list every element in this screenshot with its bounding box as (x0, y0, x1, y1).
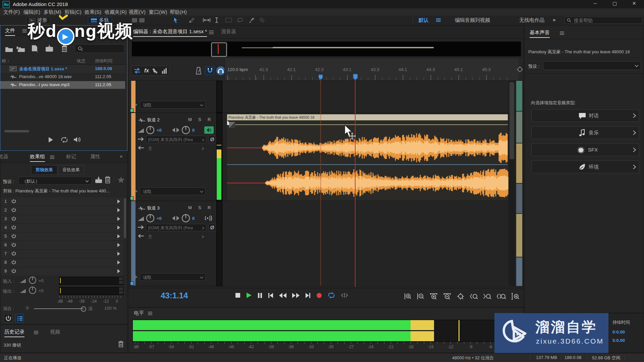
essential-preset-dropdown[interactable] (543, 61, 641, 70)
razor-tool-icon[interactable] (189, 17, 195, 23)
workspace-overflow-chevron[interactable]: » (553, 17, 555, 22)
zoom-in-button[interactable] (404, 293, 412, 300)
tab-history[interactable]: 历史记录 (4, 329, 24, 337)
type-sfx-button[interactable]: SFX (531, 143, 639, 156)
track3-monitor-button[interactable] (204, 215, 214, 222)
new-file-icon[interactable] (31, 45, 39, 52)
subtab-track-effects[interactable]: 音轨效果 (58, 165, 84, 175)
power-icon[interactable] (11, 268, 16, 274)
levels-panel-menu-icon[interactable] (148, 312, 152, 315)
tab-effects-rack[interactable]: 效果组 (30, 154, 45, 162)
menu-favorites[interactable]: 收藏夹(R) (105, 9, 127, 15)
help-search-input[interactable] (573, 17, 635, 23)
files-search-box[interactable] (75, 44, 124, 53)
track2-output-route[interactable]: 主 (146, 145, 206, 152)
track2-monitor-button[interactable] (204, 126, 214, 134)
track3-volume-knob[interactable] (146, 214, 155, 223)
effect-slot[interactable]: 9 (0, 267, 123, 276)
waveform-display[interactable] (224, 81, 518, 286)
output-route-label[interactable]: 主 (148, 234, 152, 240)
metering-bars-icon[interactable] (162, 68, 167, 74)
rewind-button[interactable] (279, 293, 286, 298)
power-icon[interactable] (11, 225, 16, 230)
slip-tool-icon[interactable] (203, 17, 211, 23)
monitor-input-button[interactable] (216, 66, 225, 75)
zoom-out-time-button[interactable] (443, 293, 451, 300)
power-icon[interactable] (11, 234, 16, 239)
snap-magnet-button[interactable] (205, 66, 214, 75)
minimize-button[interactable]: ─ (588, 1, 603, 6)
file-row-wav[interactable]: Pianobo...ve 48000 18.wav 111:2.05 (0, 73, 125, 81)
track2-phase-button[interactable]: Ø (208, 135, 216, 143)
power-icon[interactable] (11, 251, 16, 256)
files-hscrollbar[interactable] (4, 130, 29, 132)
slot-arrow-icon[interactable] (117, 208, 120, 212)
move-tool-icon[interactable] (173, 17, 179, 23)
track3-volume-value[interactable]: +0 (157, 216, 162, 221)
undo-count[interactable]: 330 撤销 (4, 342, 21, 348)
col-duration[interactable]: 持续时间 (95, 58, 112, 64)
track2-input-route[interactable]: [01M] 麦克风阵列 (Rea (146, 136, 206, 143)
brush-tool-icon[interactable] (249, 17, 254, 23)
track2-record-button[interactable]: R (208, 117, 211, 122)
slot-arrow-icon[interactable] (117, 234, 120, 238)
zoom-in-point-button[interactable] (470, 293, 478, 300)
playhead-handle[interactable] (353, 74, 358, 80)
menu-window[interactable]: 窗口(W) (149, 9, 167, 15)
track1-swatch[interactable] (130, 109, 134, 112)
slot-arrow-icon[interactable] (117, 269, 120, 273)
time-display[interactable]: 43:1.14 (161, 291, 188, 300)
track3-phase-button[interactable]: Ø (208, 224, 216, 231)
tab-mixer[interactable]: 混音器 (221, 28, 236, 35)
history-delete-icon[interactable] (118, 341, 123, 347)
mix-slider[interactable] (34, 308, 84, 309)
type-dialogue-button[interactable]: 对话 (531, 109, 639, 122)
power-icon[interactable] (11, 207, 16, 213)
play-button[interactable] (246, 292, 252, 298)
output-gain-knob[interactable] (29, 286, 37, 294)
track2-name[interactable]: 轨道 2 (147, 117, 160, 123)
files-play-icon[interactable] (48, 137, 53, 143)
save-session-icon[interactable] (45, 45, 54, 52)
col-name[interactable]: 称 ↑ (2, 58, 9, 64)
tab-video[interactable]: 视频 (50, 329, 60, 335)
zoom-full-button[interactable] (457, 293, 465, 300)
menu-file[interactable]: 文件(F) (3, 9, 20, 15)
fast-forward-button[interactable] (292, 293, 300, 298)
favorite-star-icon[interactable] (118, 177, 124, 183)
zoom-out-point-button[interactable] (483, 293, 491, 300)
workspace-menu-icon[interactable] (436, 18, 441, 22)
timeline-ruler[interactable]: 120.0 bpm 41:3 42:1 42:3 43:1 43:3 44:1 … (224, 58, 519, 80)
clip-header[interactable]: Pianoboy 高至豪 - The truth that you leave … (227, 114, 508, 120)
loop-playback-button[interactable] (328, 292, 335, 298)
routing-icon[interactable] (152, 68, 158, 74)
power-icon[interactable] (11, 260, 16, 265)
tab-files[interactable]: 文件 (5, 27, 15, 36)
file-row-mp3[interactable]: Pianobo...t you leave.mp3 111:2.05 (0, 81, 125, 89)
effect-slot[interactable]: 2 (0, 206, 123, 215)
effect-slot[interactable]: 6 (0, 241, 123, 250)
menu-effects[interactable]: 效果(S) (85, 9, 101, 15)
files-autoplay-speaker-icon[interactable] (73, 136, 82, 143)
workspace-default-tab[interactable]: 默认 (419, 17, 429, 23)
track3-record-button[interactable]: R (208, 205, 211, 210)
delete-file-icon[interactable] (61, 45, 67, 52)
slot-arrow-icon[interactable] (117, 260, 120, 264)
effect-slot[interactable]: 5 (0, 232, 123, 241)
effects-panel-menu-icon[interactable] (50, 156, 54, 159)
slot-arrow-icon[interactable] (117, 226, 120, 230)
skip-selection-button[interactable] (341, 293, 348, 298)
playhead-line[interactable] (355, 79, 356, 287)
track3-solo-button[interactable]: S (198, 205, 201, 210)
track2-pan-value[interactable]: 0 (192, 128, 195, 133)
spot-heal-tool-icon[interactable] (259, 17, 265, 23)
preset-dropdown[interactable]: （默认） (18, 177, 92, 185)
files-loop-icon[interactable] (61, 137, 68, 143)
zoom-in-time-button[interactable] (430, 293, 438, 300)
tab-properties[interactable]: 属性 (90, 154, 100, 160)
record-button[interactable] (316, 293, 322, 298)
track3-pan-value[interactable]: 0 (192, 216, 195, 221)
rack-power-button[interactable] (4, 314, 12, 322)
clip-fade-handle-icon[interactable] (229, 122, 235, 128)
track1-automation-chevron[interactable] (135, 103, 138, 107)
